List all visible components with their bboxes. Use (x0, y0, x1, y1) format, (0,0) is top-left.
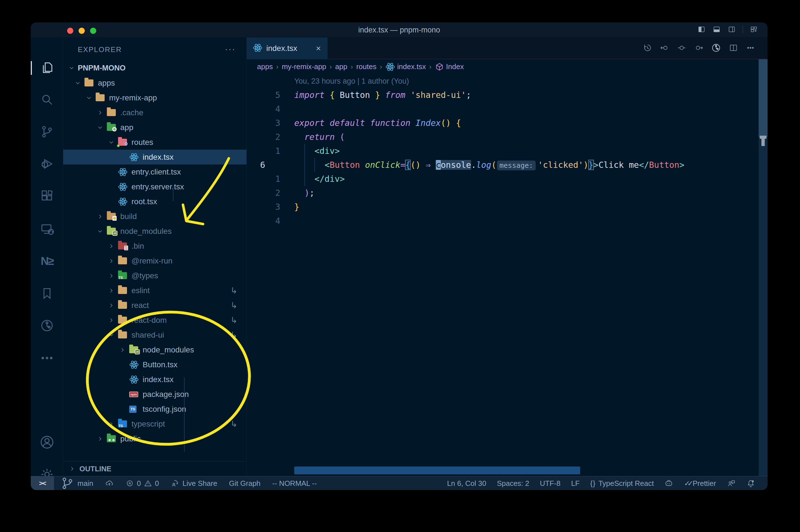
activity-bar-more-views[interactable] (31, 344, 63, 372)
gitlens-graph-icon[interactable] (711, 43, 721, 54)
tree-row-entry-client-tsx[interactable]: entry.client.tsx (63, 165, 246, 179)
chevron-down-icon[interactable] (108, 332, 115, 339)
status-indentation[interactable]: Spaces: 2 (497, 479, 529, 488)
toggle-sidebar-left-icon[interactable] (697, 26, 706, 33)
navigate-current-icon[interactable] (677, 43, 686, 54)
breadcrumb-label: apps (257, 62, 273, 71)
status-git-graph[interactable]: Git Graph (229, 479, 261, 488)
tree-row--types[interactable]: TS@types (63, 268, 246, 283)
tree-row-build[interactable]: build (63, 209, 246, 224)
activity-bar-accounts[interactable] (31, 428, 63, 456)
breadcrumb-separator: › (430, 63, 432, 71)
tree-row-shared-ui[interactable]: shared-ui↳ (63, 327, 246, 342)
status-copilot[interactable] (664, 479, 673, 488)
tree-row-typescript[interactable]: TStypescript↳ (63, 417, 246, 431)
explorer-more-actions-button[interactable]: ··· (225, 44, 236, 54)
tree-row-button-tsx[interactable]: Button.tsx (63, 357, 246, 372)
activity-bar-bookmarks[interactable] (31, 280, 63, 307)
activity-bar-explorer[interactable] (31, 54, 63, 82)
status-live-share[interactable]: Live Share (171, 479, 217, 488)
tree-row-index-tsx[interactable]: index.tsx (63, 150, 246, 165)
toggle-sidebar-right-icon[interactable] (727, 26, 736, 33)
chevron-right-icon[interactable] (108, 258, 115, 264)
activity-bar-extensions[interactable] (31, 183, 63, 210)
outline-panel-header[interactable]: OUTLINE (63, 461, 246, 476)
navigate-forward-icon[interactable] (694, 43, 704, 54)
tree-row-node-modules[interactable]: JSnode_modules (63, 224, 246, 239)
history-icon[interactable] (643, 43, 652, 54)
code-editor[interactable]: You, 23 hours ago | 1 author (You) 5impo… (247, 74, 767, 476)
status-problems[interactable]: 00 (126, 479, 159, 488)
tree-row-index-tsx[interactable]: index.tsx (63, 372, 246, 387)
workspace-root-row[interactable]: PNPM-MONO (63, 60, 246, 76)
chevron-right-icon[interactable] (108, 302, 115, 309)
tree-row-public[interactable]: ☻☻public (63, 431, 246, 446)
tree-row-eslint[interactable]: eslint↳ (63, 283, 246, 298)
vertical-scrollbar-thumb[interactable] (759, 59, 767, 137)
tab-index-tsx[interactable]: index.tsx × (247, 37, 327, 59)
tree-row-app[interactable]: ⚙app (63, 120, 246, 135)
tree-row-tsconfig-json[interactable]: TStsconfig.json (63, 402, 246, 417)
status-branch[interactable]: main (60, 476, 93, 490)
tree-row-react[interactable]: react↳ (63, 298, 246, 313)
customize-layout-icon[interactable] (750, 26, 758, 33)
tree-row-node-modules[interactable]: JSnode_modules (63, 342, 246, 357)
tree-row-apps[interactable]: apps (63, 76, 246, 90)
activity-bar-source-control[interactable] (31, 118, 63, 146)
breadcrumb-index-tsx[interactable]: index.tsx (385, 62, 426, 72)
chevron-down-icon[interactable] (108, 139, 115, 146)
bell-icon (746, 479, 755, 488)
remote-indicator[interactable]: >< (31, 476, 54, 490)
more-actions-icon[interactable] (746, 43, 755, 54)
status-eol[interactable]: LF (571, 479, 579, 488)
chevron-right-icon[interactable] (108, 421, 115, 428)
status-encoding[interactable]: UTF-8 (540, 479, 560, 488)
activity-bar-gitlens[interactable] (31, 311, 63, 340)
chevron-right-icon[interactable] (119, 346, 126, 353)
chevron-right-icon[interactable] (108, 317, 115, 324)
status-prettier[interactable]: ✓✓ Prettier (684, 479, 716, 488)
chevron-down-icon[interactable] (74, 80, 81, 87)
status-vim-mode[interactable]: -- NORMAL -- (272, 479, 317, 488)
split-editor-icon[interactable] (729, 43, 738, 54)
tree-row-my-remix-app[interactable]: my-remix-app (63, 90, 246, 105)
tree-row-package-json[interactable]: npmpackage.json (63, 387, 246, 402)
status-language-mode[interactable]: {}TypeScript React (590, 479, 654, 488)
tree-row--bin[interactable]: 0110.bin (63, 239, 246, 253)
breadcrumb-apps[interactable]: apps (257, 62, 273, 71)
tree-row--remix-run[interactable]: @remix-run (63, 253, 246, 268)
chevron-right-icon[interactable] (97, 213, 103, 220)
folder-public-icon: ☻☻ (107, 435, 116, 442)
tree-row-routes[interactable]: routes (63, 135, 246, 150)
status-sync[interactable] (105, 479, 114, 488)
navigate-back-icon[interactable] (660, 43, 669, 54)
chevron-down-icon[interactable] (97, 124, 103, 131)
status-cursor-position[interactable]: Ln 6, Col 30 (447, 479, 486, 488)
status-feedback[interactable] (727, 479, 736, 488)
tree-row-react-dom[interactable]: react-dom↳ (63, 313, 246, 327)
chevron-right-icon[interactable] (97, 109, 103, 116)
chevron-right-icon[interactable] (108, 272, 115, 279)
activity-bar-search[interactable] (31, 86, 63, 114)
breadcrumb-my-remix-app[interactable]: my-remix-app (282, 62, 326, 71)
tree-row-entry-server-tsx[interactable]: entry.server.tsx (63, 179, 246, 194)
chevron-right-icon[interactable] (108, 287, 115, 294)
react-icon (118, 182, 128, 192)
horizontal-scrollbar[interactable] (294, 467, 580, 474)
chevron-down-icon[interactable] (85, 95, 92, 101)
close-tab-icon[interactable]: × (316, 44, 321, 53)
toggle-panel-icon[interactable] (712, 26, 721, 33)
activity-bar-remote-explorer[interactable] (31, 215, 63, 243)
activity-bar-run-debug[interactable] (31, 150, 63, 178)
breadcrumb-routes[interactable]: routes (356, 62, 377, 71)
chevron-right-icon[interactable] (97, 436, 103, 442)
chevron-right-icon[interactable] (108, 243, 115, 249)
breadcrumb-index[interactable]: Index (435, 62, 464, 71)
chevron-down-icon[interactable] (97, 228, 103, 235)
breadcrumb-app[interactable]: app (335, 62, 347, 71)
tree-row-root-tsx[interactable]: root.tsx (63, 194, 246, 209)
tree-row--cache[interactable]: .cache (63, 105, 246, 120)
line-number: 2 (247, 186, 280, 200)
status-notifications[interactable] (746, 479, 755, 488)
activity-bar-nx-console[interactable]: N≥ (31, 247, 63, 275)
